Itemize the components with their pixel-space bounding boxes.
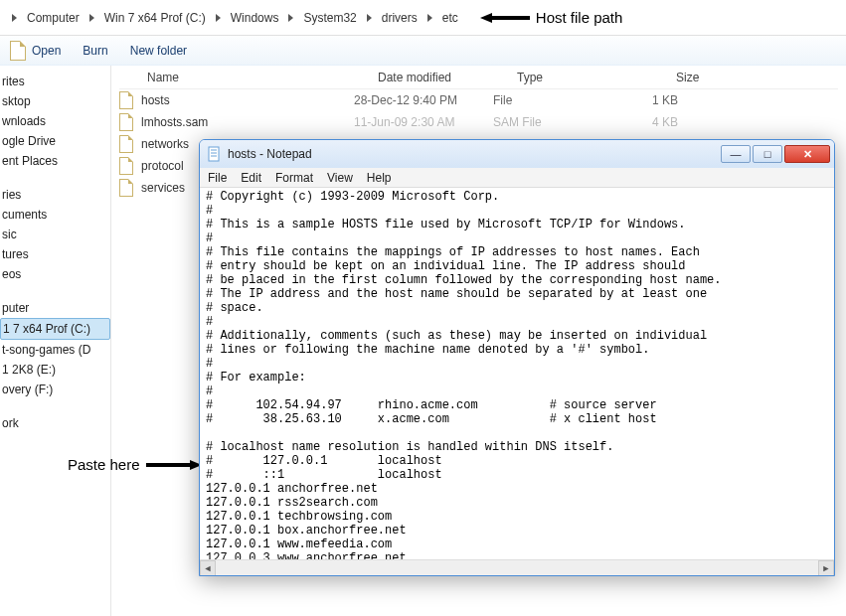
chevron-right-icon [288,14,293,22]
file-name: lmhosts.sam [141,115,208,129]
scroll-track[interactable] [216,560,818,575]
nav-drive-c[interactable]: 1 7 x64 Prof (C:) [0,318,110,340]
file-row[interactable]: lmhosts.sam 11-Jun-09 2:30 AM SAM File 4… [119,111,838,133]
nav-desktop[interactable]: sktop [0,91,110,111]
file-icon [119,113,133,131]
nav-network[interactable]: ork [0,413,110,433]
file-name: protocol [141,159,184,173]
horizontal-scrollbar[interactable]: ◄ ► [200,559,834,575]
file-icon [10,41,26,61]
notepad-title: hosts - Notepad [228,147,312,161]
file-name: hosts [141,93,170,107]
nav-computer[interactable]: puter [0,298,110,318]
nav-pane[interactable]: rites sktop wnloads ogle Drive ent Place… [0,66,111,616]
chevron-right-icon [89,14,94,22]
nav-drive-d[interactable]: t-song-games (D [0,340,110,360]
nav-drive-f[interactable]: overy (F:) [0,380,110,399]
nav-libraries[interactable]: ries [0,185,110,205]
file-size: 1 KB [652,93,732,107]
file-icon [119,157,133,175]
nav-recent[interactable]: ent Places [0,151,110,171]
address-bar[interactable]: Computer Win 7 x64 Prof (C:) Windows Sys… [0,0,846,36]
menu-file[interactable]: File [208,171,227,185]
notepad-menubar[interactable]: File Edit Format View Help [200,168,834,188]
annotation-bar [492,16,530,20]
nav-videos[interactable]: eos [0,264,110,284]
file-name: services [141,181,185,195]
annotation-bar [146,463,190,467]
file-icon [119,91,133,109]
annotation-path-label: Host file path [536,9,623,26]
column-headers[interactable]: Name Date modified Type Size [119,66,838,89]
notepad-titlebar[interactable]: hosts - Notepad — □ ✕ [200,140,834,168]
notepad-content[interactable]: # Copyright (c) 1993-2009 Microsoft Corp… [206,190,830,559]
notepad-icon [208,146,222,162]
toolbar: Open Burn New folder [0,36,846,66]
nav-favorites[interactable]: rites [0,72,110,91]
file-name: networks [141,137,189,151]
file-date: 11-Jun-09 2:30 AM [354,115,493,129]
close-button[interactable]: ✕ [784,145,830,163]
open-label: Open [32,44,61,58]
maximize-button[interactable]: □ [753,145,782,163]
open-button[interactable]: Open [10,41,61,61]
nav-pictures[interactable]: tures [0,244,110,264]
file-size: 4 KB [652,115,732,129]
file-type: File [493,93,652,107]
crumb-drivers[interactable]: drivers [378,9,422,27]
crumb-windows[interactable]: Windows [227,9,283,27]
crumb-system32[interactable]: System32 [299,9,360,27]
menu-view[interactable]: View [327,171,353,185]
chevron-right-icon [12,14,17,22]
notepad-window[interactable]: hosts - Notepad — □ ✕ File Edit Format V… [199,139,835,576]
notepad-text-area[interactable]: # Copyright (c) 1993-2009 Microsoft Corp… [200,188,834,559]
file-row[interactable]: hosts 28-Dec-12 9:40 PM File 1 KB [119,89,838,111]
crumb-drive[interactable]: Win 7 x64 Prof (C:) [100,9,210,27]
burn-button[interactable]: Burn [83,44,107,58]
annotation-paste: Paste here [68,456,202,473]
file-type: SAM File [493,115,652,129]
nav-googledrive[interactable]: ogle Drive [0,131,110,151]
file-date: 28-Dec-12 9:40 PM [354,93,493,107]
crumb-computer[interactable]: Computer [23,9,84,27]
chevron-right-icon [367,14,372,22]
chevron-right-icon [427,14,432,22]
file-icon [119,135,133,153]
col-type[interactable]: Type [517,71,676,84]
col-name[interactable]: Name [119,71,378,84]
chevron-right-icon [216,14,221,22]
menu-help[interactable]: Help [367,171,392,185]
col-date[interactable]: Date modified [378,71,517,84]
annotation-paste-label: Paste here [68,456,140,473]
menu-format[interactable]: Format [275,171,313,185]
minimize-button[interactable]: — [721,145,751,163]
new-folder-button[interactable]: New folder [130,44,187,58]
annotation-arrow-icon [480,13,492,23]
menu-edit[interactable]: Edit [241,171,261,185]
col-size[interactable]: Size [676,71,756,84]
crumb-etc[interactable]: etc [438,9,462,27]
nav-downloads[interactable]: wnloads [0,111,110,131]
file-icon [119,179,133,197]
scroll-left-icon[interactable]: ◄ [200,560,216,576]
nav-drive-e[interactable]: 1 2K8 (E:) [0,360,110,380]
nav-music[interactable]: sic [0,225,110,244]
scroll-right-icon[interactable]: ► [818,560,834,576]
svg-rect-0 [209,147,219,161]
nav-documents[interactable]: cuments [0,205,110,225]
